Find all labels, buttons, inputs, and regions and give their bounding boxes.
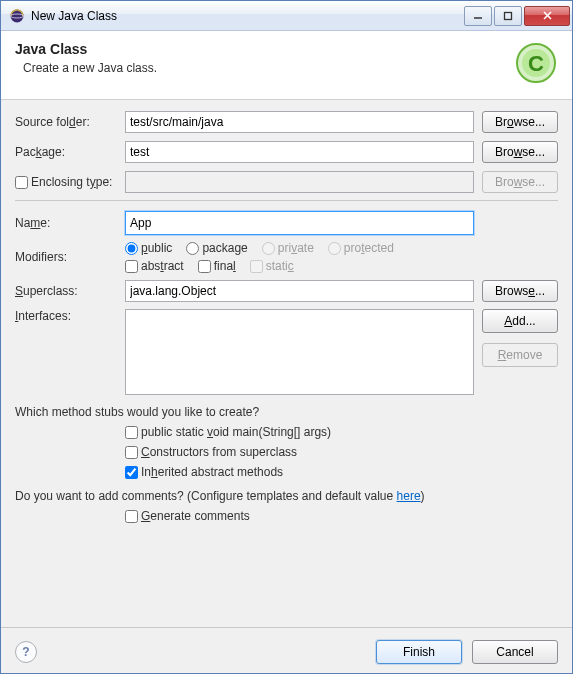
package-label: Package:	[15, 145, 125, 159]
private-radio	[262, 242, 275, 255]
dialog-banner: Java Class Create a new Java class. C	[1, 31, 572, 100]
interfaces-listbox[interactable]	[125, 309, 474, 395]
package-radio[interactable]	[186, 242, 199, 255]
window-titlebar: New Java Class	[1, 1, 572, 31]
inherited-checkbox[interactable]	[125, 466, 138, 479]
superclass-label: Superclass:	[15, 284, 125, 298]
enclosing-type-input	[125, 171, 474, 193]
constructors-label: Constructors from superclass	[141, 445, 297, 459]
public-radio-label: public	[141, 241, 172, 255]
superclass-browse-button[interactable]: Browse...	[482, 280, 558, 302]
svg-rect-3	[505, 12, 512, 19]
package-browse-button[interactable]: Browse...	[482, 141, 558, 163]
maximize-button[interactable]	[494, 6, 522, 26]
protected-radio	[328, 242, 341, 255]
modifiers-label: Modifiers:	[15, 250, 125, 264]
class-wizard-icon: C	[514, 41, 558, 85]
svg-text:C: C	[528, 51, 544, 76]
abstract-checkbox[interactable]	[125, 260, 138, 273]
enclosing-type-checkbox[interactable]	[15, 176, 28, 189]
interfaces-add-button[interactable]: Add...	[482, 309, 558, 333]
finish-button[interactable]: Finish	[376, 640, 462, 664]
name-input[interactable]	[126, 212, 473, 234]
help-icon[interactable]: ?	[15, 641, 37, 663]
interfaces-remove-button: Remove	[482, 343, 558, 367]
source-folder-label: Source folder:	[15, 115, 125, 129]
protected-radio-label: protected	[344, 241, 394, 255]
eclipse-icon	[9, 8, 25, 24]
separator	[15, 200, 558, 201]
configure-templates-link[interactable]: here	[397, 489, 421, 503]
final-checkbox[interactable]	[198, 260, 211, 273]
name-label: Name:	[15, 216, 125, 230]
stubs-question: Which method stubs would you like to cre…	[15, 405, 558, 419]
public-radio[interactable]	[125, 242, 138, 255]
dialog-footer: ? Finish Cancel	[1, 627, 572, 674]
constructors-checkbox[interactable]	[125, 446, 138, 459]
final-checkbox-label: final	[214, 259, 236, 273]
static-checkbox	[250, 260, 263, 273]
minimize-button[interactable]	[464, 6, 492, 26]
main-method-checkbox[interactable]	[125, 426, 138, 439]
generate-comments-label: Generate comments	[141, 509, 250, 523]
static-checkbox-label: static	[266, 259, 294, 273]
cancel-button[interactable]: Cancel	[472, 640, 558, 664]
flag-modifier-group: abstract final static	[125, 259, 474, 273]
interfaces-label: Interfaces:	[15, 309, 125, 323]
abstract-checkbox-label: abstract	[141, 259, 184, 273]
package-input[interactable]	[125, 141, 474, 163]
comments-question: Do you want to add comments? (Configure …	[15, 489, 558, 503]
superclass-input[interactable]	[125, 280, 474, 302]
enclosing-type-row: Enclosing type:	[15, 175, 125, 189]
private-radio-label: private	[278, 241, 314, 255]
source-folder-input[interactable]	[125, 111, 474, 133]
access-modifier-group: public package private protected	[125, 241, 474, 255]
main-method-label: public static void main(String[] args)	[141, 425, 331, 439]
banner-description: Create a new Java class.	[15, 61, 514, 75]
window-controls	[462, 6, 570, 26]
close-button[interactable]	[524, 6, 570, 26]
window-title: New Java Class	[31, 9, 462, 23]
banner-title: Java Class	[15, 41, 514, 57]
dialog-content: Source folder: Browse... Package: Browse…	[1, 100, 572, 523]
enclosing-type-browse-button: Browse...	[482, 171, 558, 193]
generate-comments-checkbox[interactable]	[125, 510, 138, 523]
source-folder-browse-button[interactable]: Browse...	[482, 111, 558, 133]
enclosing-type-label: Enclosing type:	[31, 175, 112, 189]
package-radio-label: package	[202, 241, 247, 255]
inherited-label: Inherited abstract methods	[141, 465, 283, 479]
